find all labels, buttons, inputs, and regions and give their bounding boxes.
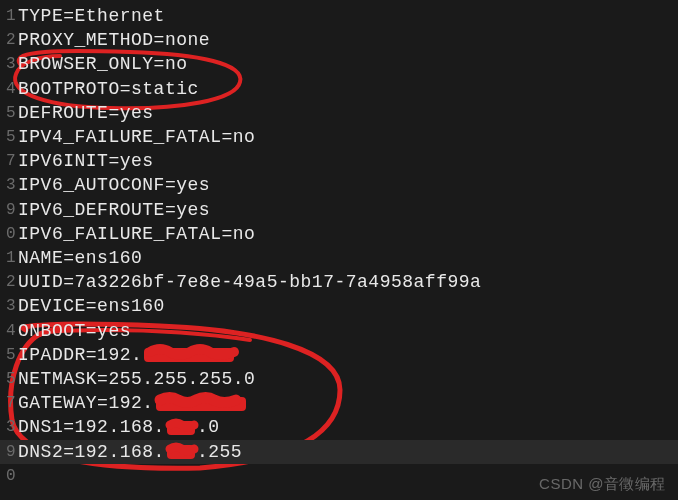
line-number: 9: [0, 440, 18, 464]
code-line[interactable]: 5IPADDR=192.: [0, 343, 678, 367]
code-line[interactable]: 3BROWSER_ONLY=no: [0, 52, 678, 76]
code-line[interactable]: 3IPV6_AUTOCONF=yes: [0, 173, 678, 197]
code-line[interactable]: 3DNS1=192.168..0: [0, 415, 678, 439]
line-number: 9: [0, 198, 18, 222]
code-text: ONBOOT=yes: [18, 319, 131, 343]
line-number: 5: [0, 125, 18, 149]
line-number: 0: [0, 464, 18, 488]
text-editor[interactable]: 1TYPE=Ethernet2PROXY_METHOD=none3BROWSER…: [0, 0, 678, 492]
redacted-segment: [144, 348, 234, 362]
redacted-segment: [167, 445, 195, 459]
code-text: PROXY_METHOD=none: [18, 28, 210, 52]
redacted-segment: [156, 397, 246, 411]
line-number: 2: [0, 28, 18, 52]
code-text: BOOTPROTO=static: [18, 77, 199, 101]
code-text: GATEWAY=192.: [18, 391, 248, 415]
line-number: 7: [0, 149, 18, 173]
code-text: IPV6INIT=yes: [18, 149, 154, 173]
code-text: IPV6_AUTOCONF=yes: [18, 173, 210, 197]
line-number: 7: [0, 391, 18, 415]
code-line[interactable]: 9DNS2=192.168..255: [0, 440, 678, 464]
line-number: 3: [0, 52, 18, 76]
line-number: 4: [0, 77, 18, 101]
code-text: IPV4_FAILURE_FATAL=no: [18, 125, 255, 149]
code-line[interactable]: 2PROXY_METHOD=none: [0, 28, 678, 52]
code-line[interactable]: 0IPV6_FAILURE_FATAL=no: [0, 222, 678, 246]
line-number: 5: [0, 367, 18, 391]
code-line[interactable]: 5DEFROUTE=yes: [0, 101, 678, 125]
watermark-text: CSDN @音徵编程: [539, 475, 666, 494]
code-text: IPADDR=192.: [18, 343, 236, 367]
line-number: 3: [0, 294, 18, 318]
line-number: 1: [0, 4, 18, 28]
line-number: 4: [0, 319, 18, 343]
code-text: DNS1=192.168..0: [18, 415, 220, 439]
code-line[interactable]: 1TYPE=Ethernet: [0, 4, 678, 28]
code-text: BROWSER_ONLY=no: [18, 52, 188, 76]
line-number: 5: [0, 101, 18, 125]
code-line[interactable]: 4BOOTPROTO=static: [0, 77, 678, 101]
code-line[interactable]: 4ONBOOT=yes: [0, 319, 678, 343]
code-line[interactable]: 9IPV6_DEFROUTE=yes: [0, 198, 678, 222]
code-text: IPV6_FAILURE_FATAL=no: [18, 222, 255, 246]
code-text: NAME=ens160: [18, 246, 142, 270]
code-line[interactable]: 3DEVICE=ens160: [0, 294, 678, 318]
code-text: DNS2=192.168..255: [18, 440, 242, 464]
code-line[interactable]: 5IPV4_FAILURE_FATAL=no: [0, 125, 678, 149]
code-line[interactable]: 7IPV6INIT=yes: [0, 149, 678, 173]
line-number: 0: [0, 222, 18, 246]
code-text: NETMASK=255.255.255.0: [18, 367, 255, 391]
line-number: 1: [0, 246, 18, 270]
line-number: 3: [0, 173, 18, 197]
code-line[interactable]: 7GATEWAY=192.: [0, 391, 678, 415]
redacted-segment: [167, 421, 195, 435]
code-line[interactable]: 5NETMASK=255.255.255.0: [0, 367, 678, 391]
code-text: DEFROUTE=yes: [18, 101, 154, 125]
line-number: 3: [0, 415, 18, 439]
line-number: 5: [0, 343, 18, 367]
code-line[interactable]: 1NAME=ens160: [0, 246, 678, 270]
code-text: UUID=7a3226bf-7e8e-49a5-bb17-7a4958aff99…: [18, 270, 481, 294]
code-text: DEVICE=ens160: [18, 294, 165, 318]
code-text: IPV6_DEFROUTE=yes: [18, 198, 210, 222]
line-number: 2: [0, 270, 18, 294]
code-line[interactable]: 2UUID=7a3226bf-7e8e-49a5-bb17-7a4958aff9…: [0, 270, 678, 294]
code-text: TYPE=Ethernet: [18, 4, 165, 28]
